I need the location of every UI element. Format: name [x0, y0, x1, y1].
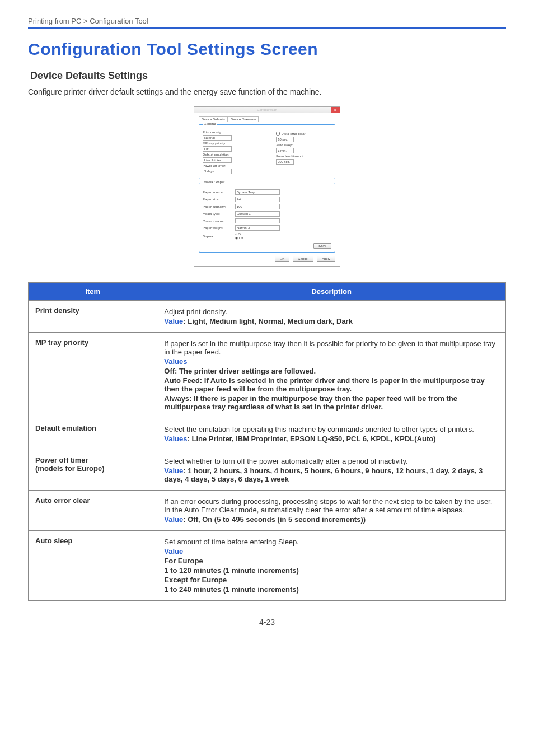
- duplex-radio-group: ○ On ◉ Off: [235, 232, 243, 240]
- default-emulation-select[interactable]: Line Printer: [203, 157, 232, 163]
- value-keyword: Value: [164, 466, 183, 475]
- desc-text: Select the emulation for operating this …: [164, 425, 499, 433]
- item-cell: Print density: [29, 301, 157, 333]
- paper-weight-select[interactable]: Normal 2: [235, 225, 280, 231]
- desc-text: If paper is set in the multipurpose tray…: [164, 339, 499, 356]
- table-row: Auto sleep Set amount of time before ent…: [29, 531, 506, 601]
- value-text: : Light, Medium light, Normal, Medium da…: [183, 317, 353, 325]
- values-keyword: Values: [164, 357, 187, 366]
- value-keyword: Value: [164, 547, 183, 556]
- value-keyword: Value: [164, 515, 183, 524]
- table-header-description: Description: [157, 283, 506, 301]
- desc-text: If an error occurs during processing, pr…: [164, 497, 499, 514]
- print-density-label: Print density:: [203, 130, 222, 134]
- section-title: Device Defaults Settings: [30, 70, 506, 82]
- desc-cell: If an error occurs during processing, pr…: [157, 491, 506, 531]
- tab-device-defaults[interactable]: Device Defaults: [199, 116, 228, 122]
- media-type-select[interactable]: Custom 1: [235, 211, 280, 217]
- general-left-column: Print density: Normal MP tray priority: …: [203, 130, 274, 174]
- group-general: General Print density: Normal MP tray pr…: [199, 124, 335, 179]
- close-icon[interactable]: ×: [331, 107, 340, 113]
- item-cell: MP tray priority: [29, 333, 157, 418]
- value-text: : 1 hour, 2 hours, 3 hours, 4 hours, 5 h…: [164, 466, 483, 483]
- group-general-label: General: [203, 122, 217, 125]
- apply-button[interactable]: Apply: [317, 256, 335, 262]
- desc-cell: Adjust print density. Value: Light, Medi…: [157, 301, 506, 333]
- power-off-label: Power off timer:: [203, 164, 226, 167]
- form-feed-label: Form feed timeout:: [276, 155, 304, 158]
- settings-table: Item Description Print density Adjust pr…: [28, 282, 506, 601]
- print-density-select[interactable]: Normal: [203, 135, 232, 141]
- default-emulation-label: Default emulation:: [203, 153, 229, 156]
- value-line: 1 to 240 minutes (1 minute increments): [164, 585, 499, 594]
- value-line: Off: The printer driver settings are fol…: [164, 367, 499, 375]
- mp-priority-select[interactable]: Off: [203, 146, 232, 152]
- desc-text: Select whether to turn off the power aut…: [164, 457, 499, 465]
- media-type-label: Media type:: [203, 212, 233, 216]
- dialog-tabs: Device Defaults Device Overview: [199, 116, 335, 122]
- desc-cell: Select the emulation for operating this …: [157, 418, 506, 450]
- duplex-on-radio[interactable]: ○ On: [235, 232, 242, 236]
- desc-cell: If paper is set in the multipurpose tray…: [157, 333, 506, 418]
- paper-source-select[interactable]: Bypass Tray: [235, 189, 280, 195]
- table-row: Default emulation Select the emulation f…: [29, 418, 506, 450]
- group-media: Media / Paper Paper source:Bypass Tray P…: [199, 183, 335, 253]
- group-media-label: Media / Paper: [203, 180, 226, 184]
- config-dialog: Configuration × Device Defaults Device O…: [194, 106, 340, 267]
- table-row: Print density Adjust print density. Valu…: [29, 301, 506, 333]
- page-number: 4-23: [28, 618, 506, 627]
- value-line: For Europe: [164, 557, 499, 565]
- item-cell: Auto error clear: [29, 491, 157, 531]
- save-button[interactable]: Save: [313, 243, 331, 249]
- item-cell: Power off timer (models for Europe): [29, 450, 157, 491]
- auto-sleep-label: Auto sleep:: [276, 143, 293, 147]
- values-keyword: Values: [164, 435, 187, 443]
- dialog-title: Configuration: [257, 108, 277, 111]
- duplex-on-label: On: [238, 232, 242, 236]
- value-text: : Line Printer, IBM Proprinter, EPSON LQ…: [188, 435, 436, 443]
- item-cell: Default emulation: [29, 418, 157, 450]
- lead-text: Configure printer driver default setting…: [28, 87, 506, 96]
- desc-text: Set amount of time before entering Sleep…: [164, 538, 499, 546]
- general-right-column: Auto error clear: 30 sec. Auto sleep: 1 …: [276, 130, 330, 166]
- duplex-label: Duplex:: [203, 235, 233, 238]
- tab-device-overview[interactable]: Device Overview: [228, 116, 259, 122]
- item-cell: Auto sleep: [29, 531, 157, 601]
- custom-name-field[interactable]: [235, 218, 280, 223]
- ok-button[interactable]: OK: [275, 256, 290, 262]
- value-keyword: Value: [164, 317, 183, 325]
- desc-text: Adjust print density.: [164, 307, 499, 316]
- value-line: Auto Feed: If Auto is selected in the pr…: [164, 376, 499, 393]
- desc-cell: Set amount of time before entering Sleep…: [157, 531, 506, 601]
- custom-name-label: Custom name:: [203, 220, 233, 223]
- page-title: Configuration Tool Settings Screen: [28, 40, 506, 59]
- table-header-item: Item: [29, 283, 157, 301]
- power-off-select[interactable]: 3 days: [203, 169, 232, 174]
- dialog-illustration: Configuration × Device Defaults Device O…: [28, 106, 506, 267]
- paper-source-label: Paper source:: [203, 190, 233, 194]
- value-line: 1 to 120 minutes (1 minute increments): [164, 566, 499, 575]
- duplex-off-label: Off: [239, 236, 243, 240]
- header-rule: [28, 27, 506, 29]
- auto-error-clear-label: Auto error clear:: [282, 132, 306, 136]
- paper-capacity-field: 100: [235, 204, 280, 209]
- table-row: MP tray priority If paper is set in the …: [29, 333, 506, 418]
- value-line: Always: If there is paper in the multipu…: [164, 394, 499, 411]
- paper-size-label: Paper size:: [203, 198, 233, 201]
- mp-priority-label: MP tray priority:: [203, 142, 226, 145]
- desc-cell: Select whether to turn off the power aut…: [157, 450, 506, 491]
- duplex-off-radio[interactable]: ◉ Off: [235, 236, 243, 240]
- auto-error-clear-checkbox[interactable]: [276, 132, 280, 136]
- auto-error-clear-spinner[interactable]: 30 sec.: [276, 137, 294, 142]
- dialog-titlebar: Configuration ×: [194, 107, 340, 113]
- cancel-button[interactable]: Cancel: [293, 256, 313, 262]
- table-row: Power off timer (models for Europe) Sele…: [29, 450, 506, 491]
- form-feed-spinner[interactable]: 300 sec.: [276, 159, 294, 165]
- paper-weight-label: Paper weight:: [203, 226, 233, 230]
- paper-size-select[interactable]: A4: [235, 197, 280, 202]
- auto-sleep-spinner[interactable]: 1 min.: [276, 148, 294, 153]
- paper-capacity-label: Paper capacity:: [203, 205, 233, 208]
- breadcrumb: Printing from PC > Configuration Tool: [28, 17, 506, 25]
- value-text: : Off, On (5 to 495 seconds (in 5 second…: [183, 515, 366, 524]
- value-line: Except for Europe: [164, 576, 499, 584]
